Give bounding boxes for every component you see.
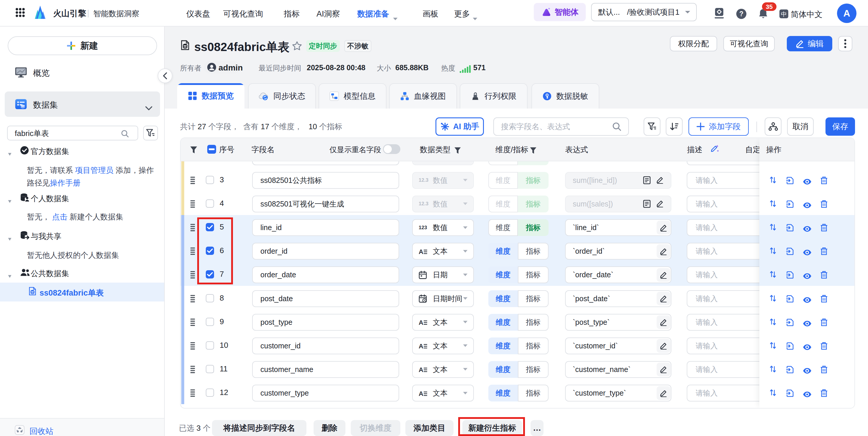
svg-text:A: A [418,248,423,255]
svg-text:?: ? [739,10,743,18]
svg-text:A: A [418,366,423,373]
svg-text:A: A [418,390,423,397]
svg-text:中: 中 [781,11,787,18]
svg-text:A: A [418,319,423,326]
svg-text:A: A [418,342,423,349]
